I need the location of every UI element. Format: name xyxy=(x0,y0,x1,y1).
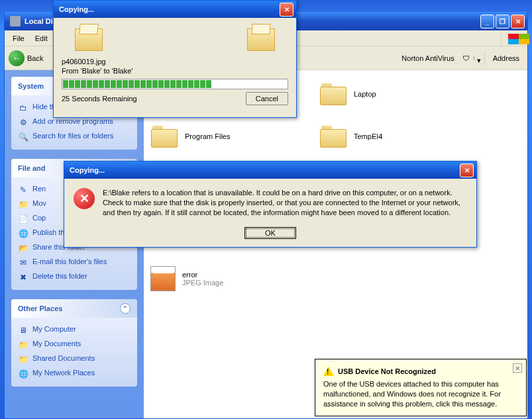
source-folder-icon xyxy=(75,28,103,51)
folder-icon xyxy=(319,82,347,106)
progress-segment xyxy=(218,80,223,88)
other-places-item[interactable]: 🖥My Computer xyxy=(18,323,131,338)
progress-segment xyxy=(63,80,68,88)
drive-icon xyxy=(10,16,21,26)
progress-segment xyxy=(158,80,164,88)
other-places-header[interactable]: Other Places⌃ xyxy=(11,299,137,318)
copy-dialog-titlebar[interactable]: Copying... ✕ xyxy=(54,1,296,18)
error-dialog-titlebar[interactable]: Copying... ✕ xyxy=(64,162,476,179)
norton-button[interactable]: Norton AntiVirus xyxy=(398,52,458,64)
progress-segment xyxy=(81,80,86,88)
progress-segment xyxy=(188,80,193,88)
other-places-item[interactable]: 📁My Documents xyxy=(18,338,131,352)
progress-segment xyxy=(164,80,170,88)
task-icon: 🗀 xyxy=(18,103,28,113)
task-icon: ✎ xyxy=(18,185,28,195)
folder-icon xyxy=(150,124,178,148)
task-label: My Network Places xyxy=(32,369,95,377)
file-item[interactable]: Laptop xyxy=(319,82,488,106)
progress-segment xyxy=(123,80,128,88)
system-task-item[interactable]: 🔍Search for files or folders xyxy=(18,130,131,144)
copy-filename: p4060019.jpg xyxy=(62,58,288,66)
task-icon: 📄 xyxy=(18,214,28,224)
time-remaining: 25 Seconds Remaining xyxy=(62,95,137,103)
ok-button[interactable]: OK xyxy=(244,227,296,239)
task-icon: 📁 xyxy=(18,199,28,210)
task-label: Add or remove programs xyxy=(32,117,113,125)
progress-segment xyxy=(134,80,140,88)
warning-icon xyxy=(323,366,334,377)
progress-segment xyxy=(75,80,80,88)
balloon-close-button[interactable]: ✕ xyxy=(513,363,522,373)
task-icon: ✉ xyxy=(18,257,28,268)
file-item[interactable]: TempEI4 xyxy=(319,124,488,148)
task-icon: ✖ xyxy=(18,272,28,283)
task-label: Ren xyxy=(32,185,46,193)
chevron-up-icon: ⌃ xyxy=(120,303,131,314)
progress-segment xyxy=(182,80,187,88)
progress-bar xyxy=(62,79,288,89)
image-file-icon xyxy=(150,266,176,291)
copy-from-to: From 'Blake' to 'Blake' xyxy=(62,67,288,75)
progress-segment xyxy=(200,80,205,88)
file-task-item[interactable]: ✉E-mail this folder's files xyxy=(18,256,131,270)
task-icon: 📂 xyxy=(18,243,28,254)
progress-segment xyxy=(230,80,235,88)
progress-segment xyxy=(69,80,74,88)
task-label: Delete this folder xyxy=(32,272,87,280)
window-title: Local Di xyxy=(25,17,53,25)
file-item[interactable]: Program Files xyxy=(150,124,319,148)
menu-edit[interactable]: Edit xyxy=(30,32,53,45)
norton-dropdown-icon[interactable]: ▾ xyxy=(474,56,480,60)
progress-segment xyxy=(93,80,98,88)
error-dialog: Copying... ✕ ✕ E:\Blake refers to a loca… xyxy=(64,161,477,248)
error-dialog-title: Copying... xyxy=(70,166,105,174)
task-icon: 🔍 xyxy=(18,132,28,142)
task-label: Cop xyxy=(32,214,46,222)
task-label: Shared Documents xyxy=(32,354,95,362)
progress-segment xyxy=(117,80,122,88)
task-label: My Documents xyxy=(32,340,81,348)
close-button[interactable]: ✕ xyxy=(511,15,525,28)
maximize-button[interactable]: ❐ xyxy=(496,15,509,28)
task-label: Search for files or folders xyxy=(32,132,113,140)
folder-icon xyxy=(319,124,347,148)
minimize-button[interactable]: _ xyxy=(480,15,494,28)
task-icon: 📁 xyxy=(18,340,28,350)
other-places-item[interactable]: 🌐My Network Places xyxy=(18,367,131,381)
progress-segment xyxy=(176,80,182,88)
task-label: E-mail this folder's files xyxy=(32,257,107,265)
progress-segment xyxy=(140,80,146,88)
progress-segment xyxy=(170,80,176,88)
progress-segment xyxy=(105,80,110,88)
copy-dialog-title: Copying... xyxy=(59,5,94,13)
task-icon: 🌐 xyxy=(18,369,28,379)
other-places-item[interactable]: 📁Shared Documents xyxy=(18,352,131,367)
back-arrow-icon: ← xyxy=(9,50,25,66)
file-label: Laptop xyxy=(354,90,376,98)
menu-file[interactable]: File xyxy=(7,32,30,45)
cancel-button[interactable]: Cancel xyxy=(246,92,288,105)
usb-notification-balloon[interactable]: ✕ USB Device Not Recognized One of the U… xyxy=(315,359,527,416)
progress-segment xyxy=(111,80,116,88)
task-label: Mov xyxy=(32,199,46,207)
task-label: My Computer xyxy=(32,325,76,333)
copy-dialog-close-button[interactable]: ✕ xyxy=(280,3,293,17)
error-dialog-close-button[interactable]: ✕ xyxy=(460,163,474,177)
progress-segment xyxy=(224,80,229,88)
progress-segment xyxy=(87,80,92,88)
copy-progress-dialog: Copying... ✕ p4060019.jpg From 'Blake' t… xyxy=(53,0,297,118)
file-label: Program Files xyxy=(185,132,230,140)
progress-segment xyxy=(212,80,217,88)
task-icon: 📁 xyxy=(18,354,28,365)
balloon-body: One of the USB devices attached to this … xyxy=(323,379,509,409)
file-task-item[interactable]: ✖Delete this folder xyxy=(18,270,131,285)
back-button[interactable]: ← Back xyxy=(9,50,43,66)
windows-flag-icon[interactable] xyxy=(501,32,525,45)
error-icon: ✕ xyxy=(74,188,95,209)
progress-segment xyxy=(152,80,158,88)
other-places-box: Other Places⌃ 🖥My Computer📁My Documents📁… xyxy=(11,299,137,387)
task-icon: 🌐 xyxy=(18,228,28,239)
task-icon: ⚙ xyxy=(18,117,28,128)
file-item[interactable]: errorJPEG Image xyxy=(150,266,319,291)
